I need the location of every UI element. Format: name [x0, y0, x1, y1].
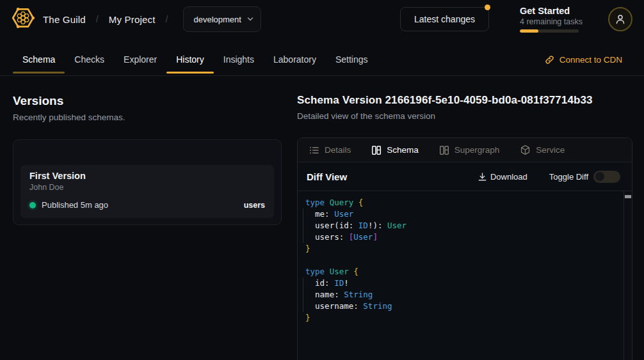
tab-details[interactable]: Details	[309, 145, 351, 155]
app-header: The Guild / My Project / development Lat…	[0, 0, 644, 38]
diff-view-title: Diff View	[307, 171, 347, 182]
connect-to-cdn-link[interactable]: Connect to CDN	[545, 43, 622, 75]
versions-list-card: First Version John Doe Published 5m ago …	[13, 139, 282, 225]
breadcrumb-project[interactable]: My Project	[109, 14, 156, 25]
code-token: :	[378, 221, 387, 230]
version-detail-title: Schema Version 2166196f-5e10-4059-bd0a-0…	[297, 94, 632, 107]
tab-schema-view[interactable]: Schema	[371, 145, 419, 155]
code-block[interactable]: type Query { me: User user(id: ID!): Use…	[298, 191, 632, 329]
code-token: :	[339, 232, 349, 242]
target-dropdown-value: development	[193, 15, 241, 24]
versions-title: Versions	[13, 94, 282, 108]
version-status: Published 5m ago	[42, 200, 108, 210]
code-token: !	[344, 278, 349, 288]
person-icon	[615, 13, 626, 25]
code-token: username	[305, 301, 353, 311]
code-token: :	[353, 301, 363, 311]
nav-tabs: Schema Checks Explorer History Insights …	[13, 43, 378, 75]
detail-tabs: Details Schema Supergr	[298, 138, 632, 162]
switch-knob	[595, 172, 604, 181]
code-token: me	[305, 209, 325, 219]
toggle-diff-switch[interactable]	[593, 171, 620, 183]
list-icon	[309, 145, 319, 155]
version-detail-subtitle: Detailed view of the schema version	[297, 111, 632, 121]
target-dropdown[interactable]: development	[183, 6, 261, 32]
tab-supergraph[interactable]: Supergraph	[439, 145, 500, 155]
code-token: :	[349, 221, 358, 230]
published-status-dot	[29, 202, 36, 208]
download-icon	[478, 172, 487, 182]
code-token: :	[325, 278, 334, 288]
schema-code-viewer: type Query { me: User user(id: ID!): Use…	[298, 191, 632, 360]
code-token: {	[358, 198, 364, 207]
code-token: :	[325, 209, 334, 219]
code-token: ID	[358, 221, 368, 230]
code-token: String	[363, 301, 392, 311]
code-token: name	[305, 290, 334, 299]
code-token: User	[330, 267, 354, 276]
breadcrumb-separator: /	[96, 14, 99, 24]
tab-insights[interactable]: Insights	[214, 43, 264, 75]
notification-dot	[485, 4, 490, 10]
code-token: }	[305, 313, 310, 322]
connect-to-cdn-label: Connect to CDN	[559, 55, 622, 65]
chevron-down-icon	[246, 15, 254, 23]
link-icon	[545, 55, 554, 65]
indent-guide	[303, 208, 303, 243]
tab-explorer[interactable]: Explorer	[114, 43, 166, 75]
code-token: :	[334, 290, 344, 299]
code-token: users	[305, 232, 339, 242]
hive-logo-icon[interactable]	[12, 6, 35, 32]
tab-service[interactable]: Service	[520, 145, 565, 155]
version-list-item[interactable]: First Version John Doe Published 5m ago …	[20, 165, 274, 218]
user-avatar[interactable]	[608, 7, 632, 31]
tab-history[interactable]: History	[166, 43, 214, 75]
versions-panel: Versions Recently published schemas. Fir…	[0, 76, 297, 360]
toggle-diff-label: Toggle Diff	[549, 172, 588, 182]
version-detail-card: Details Schema Supergr	[297, 137, 632, 360]
version-author: John Doe	[29, 183, 265, 192]
get-started-subtitle: 4 remaining tasks	[520, 17, 579, 26]
main-content: Versions Recently published schemas. Fir…	[0, 76, 644, 360]
code-token: type	[305, 198, 330, 207]
version-service-badge: users	[244, 201, 265, 210]
columns-icon	[371, 145, 382, 155]
code-token: String	[344, 290, 373, 299]
code-token: User	[353, 232, 373, 242]
tab-laboratory[interactable]: Laboratory	[264, 43, 326, 75]
breadcrumb: The Guild / My Project /	[43, 14, 168, 25]
get-started-progressbar	[520, 29, 579, 33]
get-started-title: Get Started	[520, 6, 579, 16]
code-token: ]	[373, 232, 378, 242]
code-token: )	[373, 221, 378, 230]
version-detail-panel: Schema Version 2166196f-5e10-4059-bd0a-0…	[297, 76, 644, 360]
download-button[interactable]: Download	[478, 172, 527, 182]
code-token: ID	[334, 278, 344, 288]
code-token: Query	[330, 198, 358, 207]
code-token: id	[339, 221, 349, 230]
target-nav: Schema Checks Explorer History Insights …	[0, 38, 644, 76]
code-token: User	[334, 209, 353, 219]
versions-subtitle: Recently published schemas.	[13, 113, 282, 122]
breadcrumb-org[interactable]: The Guild	[43, 14, 86, 25]
code-token: (	[334, 221, 339, 230]
latest-changes-button[interactable]: Latest changes	[400, 7, 489, 31]
code-token: {	[353, 267, 358, 276]
tab-settings[interactable]: Settings	[326, 43, 378, 75]
get-started-progress-fill	[520, 29, 538, 33]
code-scrollbar-thumb[interactable]	[625, 195, 631, 198]
version-name: First Version	[29, 171, 265, 181]
code-token: type	[305, 267, 330, 276]
code-token: User	[387, 221, 407, 230]
tab-schema[interactable]: Schema	[13, 43, 65, 75]
download-label: Download	[490, 172, 527, 182]
get-started-widget[interactable]: Get Started 4 remaining tasks	[520, 6, 579, 33]
tab-checks[interactable]: Checks	[65, 43, 114, 75]
breadcrumb-separator: /	[166, 14, 168, 24]
columns-icon	[439, 145, 449, 155]
code-scrollbar[interactable]	[624, 191, 632, 360]
indent-guide	[303, 278, 303, 312]
code-token: }	[305, 244, 310, 253]
box-icon	[520, 145, 531, 155]
code-token: user	[305, 221, 334, 230]
